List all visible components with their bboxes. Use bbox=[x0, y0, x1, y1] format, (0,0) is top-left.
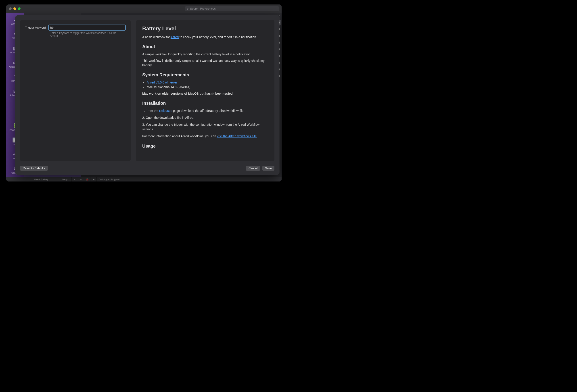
trigger-keyword-input[interactable] bbox=[48, 25, 126, 31]
req-heading: System Requirements bbox=[142, 72, 268, 77]
play-icon[interactable]: ▶ bbox=[90, 177, 97, 181]
close-window-button[interactable] bbox=[9, 7, 12, 10]
workflows-site-link[interactable]: visit the Alfred workflows site bbox=[217, 134, 257, 138]
workflow-config-modal: Trigger keyword: Enter a keyword to trig… bbox=[15, 15, 279, 175]
install-step-3: 3. You can change the trigger with the c… bbox=[142, 122, 268, 132]
usage-heading: Usage bbox=[142, 143, 268, 149]
save-button[interactable]: Save bbox=[262, 166, 274, 171]
about-p2: This workflow is deliberately simple as … bbox=[142, 59, 268, 68]
more-info: For more information about Alfred workfl… bbox=[142, 134, 268, 139]
about-p1: A simple workflow for quickly reporting … bbox=[142, 52, 268, 56]
reset-defaults-button[interactable]: Reset to Defaults bbox=[20, 166, 48, 171]
releases-link[interactable]: Releases bbox=[159, 109, 172, 112]
remove-button[interactable]: − bbox=[78, 177, 84, 181]
install-step-2: 2. Open the downloaded file in Alfred. bbox=[142, 115, 268, 120]
bug-icon[interactable]: 🐞 bbox=[84, 177, 90, 181]
config-pane: Trigger keyword: Enter a keyword to trig… bbox=[20, 20, 131, 161]
trigger-keyword-label: Trigger keyword: bbox=[25, 26, 46, 29]
search-icon: ⌕ bbox=[187, 7, 189, 10]
info-title: Battery Level bbox=[142, 26, 268, 32]
help-button[interactable]: Help bbox=[58, 177, 72, 181]
cancel-button[interactable]: Cancel bbox=[246, 166, 260, 171]
search-field-wrap[interactable]: ⌕ bbox=[185, 6, 279, 11]
titlebar: ⌕ bbox=[6, 4, 282, 13]
zoom-window-button[interactable] bbox=[18, 7, 21, 10]
preferences-window: ⌕ ☁ General ♥ Features ▦ Workflows bbox=[6, 4, 282, 181]
add-button[interactable]: + bbox=[72, 177, 78, 181]
req-macos: MacOS Sonoma 14.0 (23A344) bbox=[147, 85, 268, 90]
about-heading: About bbox=[142, 44, 268, 49]
window-controls bbox=[9, 7, 21, 10]
alfred-version-link[interactable]: Alfred v5.0.0 of newer bbox=[147, 81, 177, 84]
info-intro: A basic workflow for Alfred to check you… bbox=[142, 35, 268, 39]
search-input[interactable] bbox=[190, 7, 277, 10]
install-heading: Installation bbox=[142, 101, 268, 106]
trigger-keyword-hint: Enter a keyword to trigger this workflow… bbox=[50, 32, 126, 38]
debugger-status: Debugger Stopped bbox=[97, 177, 122, 181]
minimize-window-button[interactable] bbox=[13, 7, 16, 10]
bottom-bar: Alfred Gallery Help + − 🐞 ▶ Debugger Sto… bbox=[6, 177, 282, 181]
alfred-gallery-button[interactable]: Alfred Gallery bbox=[24, 177, 58, 181]
info-pane: Battery Level A basic workflow for Alfre… bbox=[136, 20, 274, 161]
install-step-1: 1. From the Releases page download the a… bbox=[142, 108, 268, 113]
req-note: May work on older versions of MacOS but … bbox=[142, 92, 234, 95]
alfred-link[interactable]: Alfred bbox=[171, 35, 179, 39]
